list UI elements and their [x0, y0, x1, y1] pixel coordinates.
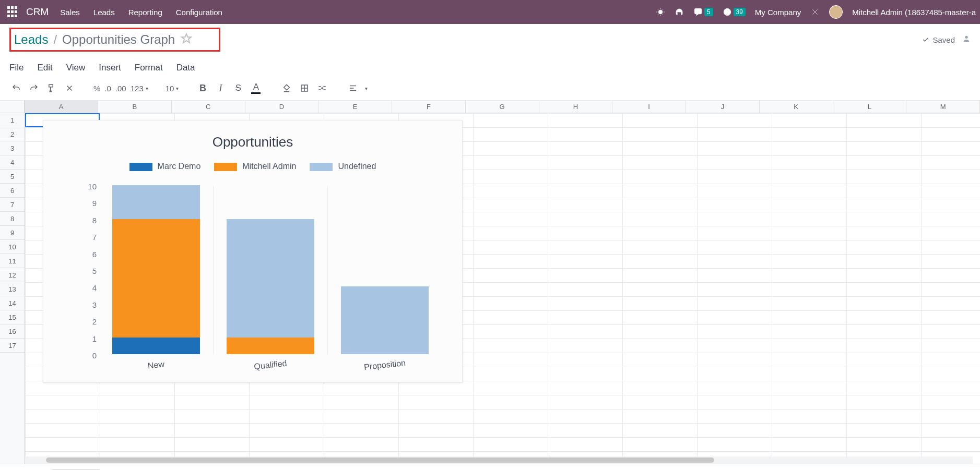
format-percent[interactable]: % [91, 84, 102, 93]
col-header[interactable]: I [612, 101, 686, 113]
sheet-tab-bar: ＋ ≡ Sheet1▾ [0, 464, 980, 470]
row-header[interactable]: 12 [0, 268, 25, 282]
chat-icon[interactable]: 5 [693, 7, 713, 17]
nav-sales[interactable]: Sales [60, 8, 80, 17]
col-header[interactable]: J [686, 101, 760, 113]
check-icon [922, 36, 929, 43]
breadcrumb-row: Leads / Opportunities Graph Saved [0, 24, 980, 55]
nav-leads[interactable]: Leads [93, 8, 115, 17]
format-dec-1[interactable]: .0 [102, 84, 113, 93]
breadcrumb-parent[interactable]: Leads [14, 32, 48, 47]
col-header[interactable]: B [98, 101, 172, 113]
col-header[interactable]: C [172, 101, 245, 113]
user-name[interactable]: Mitchell Admin (18637485-master-a [852, 8, 976, 17]
row-header[interactable]: 1 [0, 113, 25, 127]
breadcrumb-highlight: Leads / Opportunities Graph [9, 28, 220, 52]
user-avatar[interactable] [829, 5, 843, 19]
debug-icon[interactable] [656, 7, 665, 17]
align-caret-icon[interactable]: ▾ [362, 80, 370, 96]
italic-button[interactable]: I [211, 80, 229, 96]
spreadsheet-toolbar: % .0 .00 123 10 B I S A ▾ [0, 78, 980, 101]
col-header[interactable]: F [392, 101, 466, 113]
legend-item: Undefined [310, 162, 376, 171]
svg-point-2 [965, 36, 967, 39]
text-color-button[interactable]: A [247, 80, 265, 96]
row-header[interactable]: 13 [0, 282, 25, 296]
row-header[interactable]: 4 [0, 155, 25, 170]
chart-title: Opportunities [43, 134, 462, 150]
menu-file[interactable]: File [9, 63, 23, 73]
apps-grid-icon[interactable] [7, 6, 19, 18]
row-header[interactable]: 15 [0, 310, 25, 324]
format-123[interactable]: 123 [128, 84, 150, 93]
row-header[interactable]: 6 [0, 184, 25, 198]
strike-button[interactable]: S [229, 80, 247, 96]
undo-icon[interactable] [7, 80, 25, 96]
menu-format[interactable]: Format [135, 63, 163, 73]
row-header[interactable]: 17 [0, 339, 25, 353]
row-header[interactable]: 7 [0, 198, 25, 212]
col-header[interactable]: H [539, 101, 613, 113]
add-sheet-icon[interactable]: ＋ [4, 467, 23, 471]
spreadsheet-grid[interactable]: A B C D E F G H I J K L M 1 2 3 4 5 6 7 … [0, 101, 980, 464]
saved-indicator: Saved [922, 35, 955, 44]
breadcrumb-sep: / [53, 32, 57, 47]
tools-icon[interactable] [810, 7, 820, 17]
borders-icon[interactable] [296, 80, 313, 96]
clock-icon[interactable]: 39 [723, 7, 746, 17]
col-header[interactable]: D [245, 101, 319, 113]
row-headers: 1 2 3 4 5 6 7 8 9 10 11 12 13 14 15 16 1… [0, 113, 25, 464]
redo-icon[interactable] [25, 80, 43, 96]
column-headers: A B C D E F G H I J K L M [0, 101, 980, 113]
merge-cells-icon[interactable] [313, 80, 331, 96]
row-header[interactable]: 11 [0, 254, 25, 268]
menu-edit[interactable]: Edit [37, 63, 52, 73]
row-header[interactable]: 16 [0, 324, 25, 339]
menu-insert[interactable]: Insert [99, 63, 121, 73]
row-header[interactable]: 10 [0, 240, 25, 254]
support-icon[interactable] [675, 7, 684, 17]
app-topbar: CRM Sales Leads Reporting Configuration … [0, 0, 980, 24]
col-header[interactable]: G [466, 101, 539, 113]
chart-y-axis: 012345678910 [86, 186, 99, 354]
clear-format-icon[interactable] [61, 80, 78, 96]
nav-configuration[interactable]: Configuration [176, 8, 222, 17]
menu-data[interactable]: Data [176, 63, 195, 73]
row-header[interactable]: 9 [0, 226, 25, 240]
chart-opportunities[interactable]: Opportunities Marc Demo Mitchell Admin U… [43, 120, 463, 383]
company-name[interactable]: My Company [755, 8, 801, 17]
legend-item: Mitchell Admin [214, 162, 296, 171]
paint-format-icon[interactable] [43, 80, 61, 96]
breadcrumb-current: Opportunities Graph [62, 32, 175, 47]
all-sheets-icon[interactable]: ≡ [26, 467, 45, 471]
col-header[interactable]: M [906, 101, 980, 113]
col-header[interactable]: L [833, 101, 907, 113]
row-header[interactable]: 14 [0, 296, 25, 310]
app-brand[interactable]: CRM [26, 6, 49, 18]
chart-plot-area [99, 186, 441, 354]
top-nav: Sales Leads Reporting Configuration [60, 8, 222, 17]
favorite-star-icon[interactable] [180, 32, 193, 47]
col-header[interactable]: A [25, 101, 98, 113]
fill-color-icon[interactable] [278, 80, 296, 96]
menu-view[interactable]: View [66, 63, 86, 73]
font-size-select[interactable]: 10 [163, 84, 181, 93]
col-header[interactable]: K [760, 101, 833, 113]
horizontal-scrollbar[interactable] [25, 456, 973, 464]
clock-badge: 39 [734, 8, 746, 16]
col-header[interactable]: E [318, 101, 392, 113]
row-header[interactable]: 5 [0, 170, 25, 184]
row-header[interactable]: 8 [0, 212, 25, 226]
chat-badge: 5 [704, 8, 713, 16]
bold-button[interactable]: B [194, 80, 211, 96]
spreadsheet-menubar: File Edit View Insert Format Data [0, 55, 980, 78]
legend-item: Marc Demo [129, 162, 201, 171]
row-header[interactable]: 2 [0, 127, 25, 141]
format-dec-2[interactable]: .00 [113, 84, 128, 93]
svg-point-0 [658, 10, 663, 14]
align-icon[interactable] [344, 80, 362, 96]
nav-reporting[interactable]: Reporting [128, 8, 162, 17]
cell-area[interactable]: Opportunities Marc Demo Mitchell Admin U… [25, 113, 980, 464]
row-header[interactable]: 3 [0, 141, 25, 155]
share-users-icon[interactable] [955, 34, 971, 45]
